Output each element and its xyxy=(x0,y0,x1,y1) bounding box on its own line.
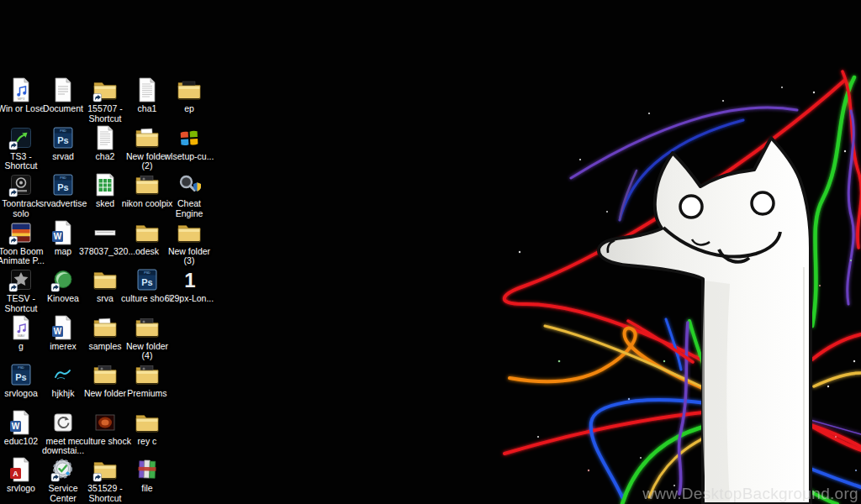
folder-icon xyxy=(92,266,119,293)
desktop-icon-win-or-lose[interactable]: MP3 Win or Lose xyxy=(0,75,42,122)
svg-text:WAV: WAV xyxy=(18,333,25,338)
image1-icon: 1 xyxy=(176,266,203,293)
svg-text:PSD: PSD xyxy=(60,176,66,180)
folder_paper-icon xyxy=(134,124,161,151)
desktop-icon-srvlogo[interactable]: A srvlogo xyxy=(0,454,42,501)
desktop-icon-g[interactable]: WAV g xyxy=(0,312,42,360)
desktop-icon-imerex[interactable]: W imerex xyxy=(42,312,84,360)
svg-text:PSD: PSD xyxy=(144,271,151,275)
word-icon: W xyxy=(8,409,34,436)
desktop-icon-map[interactable]: W map xyxy=(42,218,84,265)
skyrim-icon xyxy=(8,266,34,293)
wav-icon: WAV xyxy=(8,314,34,341)
desktop-icon-culture-shock[interactable]: PSDPs culture shock xyxy=(126,265,168,312)
icon-label: rey c xyxy=(121,437,173,447)
desktop-icon-grid: MP3 Win or Lose Document 155707 - Shortc… xyxy=(0,0,861,504)
icon-label: Premiums xyxy=(121,389,173,399)
desktop-icon-kinovea[interactable]: Kinovea xyxy=(42,265,84,312)
mp3-icon: MP3 xyxy=(8,76,34,103)
desktop-icon-new-folder[interactable]: New folder xyxy=(84,360,126,407)
cheat-icon xyxy=(176,171,203,198)
icon-label: wlsetup-cu... xyxy=(163,152,215,162)
word-icon: W xyxy=(50,314,77,341)
desktop-icon-samples[interactable]: samples xyxy=(84,312,126,360)
psd-icon: PSDPs xyxy=(50,124,77,151)
desktop-icon-155707-shortcut[interactable]: 155707 - Shortcut xyxy=(84,75,126,122)
desktop-icon-service-center[interactable]: Service Center xyxy=(42,454,84,501)
service-icon xyxy=(50,456,77,483)
svg-text:MP3: MP3 xyxy=(18,97,25,101)
svg-text:W: W xyxy=(54,232,62,241)
folder-icon xyxy=(134,409,161,436)
svg-text:A: A xyxy=(13,470,18,478)
toonboom-icon xyxy=(8,219,34,246)
folder-icon xyxy=(176,219,203,246)
desktop-icon-premiums[interactable]: Premiums xyxy=(126,360,168,407)
toontrack-icon xyxy=(8,171,34,198)
desktop-icon-hjkhjk[interactable]: hjkhjk xyxy=(42,360,84,407)
desktop-icon-srva[interactable]: srva xyxy=(84,265,126,312)
pdf-icon: A xyxy=(8,456,34,483)
whitezip-icon xyxy=(50,409,77,436)
scribble-icon xyxy=(50,361,77,388)
svg-text:Ps: Ps xyxy=(57,182,68,192)
desktop-icon-document[interactable]: Document xyxy=(42,75,84,122)
desktop-icon-toontrack-solo[interactable]: Toontrack solo xyxy=(0,170,42,217)
folder_photo-icon xyxy=(134,171,161,198)
desktop-icon-file[interactable]: file xyxy=(126,454,168,501)
desktop-icon-srvad[interactable]: PSDPs srvad xyxy=(42,123,84,170)
watermark: www.DesktopBackground.org xyxy=(642,485,858,503)
notepad-icon xyxy=(134,76,161,103)
svg-text:W: W xyxy=(12,422,20,431)
ts3-icon xyxy=(8,124,34,151)
icon-label: New folder (3) xyxy=(163,247,215,267)
svg-text:Ps: Ps xyxy=(57,134,68,144)
folder_paper-icon xyxy=(92,314,119,341)
icon-label: 629px-Lon... xyxy=(163,294,215,304)
redimage-icon xyxy=(92,409,119,436)
desktop-icon-srvadvertise[interactable]: PSDPs srvadvertise xyxy=(42,170,84,217)
svg-text:Ps: Ps xyxy=(141,277,152,287)
icon-label: file xyxy=(121,484,173,494)
desktop-icon-toon-boom-animate-p[interactable]: Toon Boom Animate P... xyxy=(0,218,42,265)
desktop-icon-cha1[interactable]: cha1 xyxy=(126,75,168,122)
desktop: MP3 Win or Lose Document 155707 - Shortc… xyxy=(0,0,861,504)
desktop-icon-ep[interactable]: ep xyxy=(168,75,210,122)
desktop-icon-culture-shock[interactable]: culture shock xyxy=(84,407,126,454)
desktop-icon-new-folder-4[interactable]: New folder (4) xyxy=(126,312,168,360)
word-icon: W xyxy=(50,219,77,246)
textdoc-icon xyxy=(50,76,77,103)
desktop-icon-new-folder-2[interactable]: New folder (2) xyxy=(126,123,168,170)
desktop-icon-ts3-shortcut[interactable]: TS3 - Shortcut xyxy=(0,123,42,170)
psd-icon: PSDPs xyxy=(8,361,34,388)
desktop-icon-351529-shortcut[interactable]: 351529 - Shortcut xyxy=(84,454,126,501)
notepad-icon xyxy=(92,124,119,151)
svg-text:PSD: PSD xyxy=(60,129,66,133)
desktop-icon-cheat-engine[interactable]: Cheat Engine xyxy=(168,170,210,217)
desktop-icon-629px-lon[interactable]: 1 629px-Lon... xyxy=(168,265,210,312)
svg-text:W: W xyxy=(54,327,62,336)
desktop-icon-new-folder-3[interactable]: New folder (3) xyxy=(168,218,210,265)
desktop-icon-odesk[interactable]: odesk xyxy=(126,218,168,265)
desktop-icon-meet-me-downstai[interactable]: meet me downstai... xyxy=(42,407,84,454)
desktop-icon-srvlogoa[interactable]: PSDPs srvlogoa xyxy=(0,360,42,407)
desktop-icon-378037-320[interactable]: 378037_320... xyxy=(84,218,126,265)
desktop-icon-rey-c[interactable]: rey c xyxy=(126,407,168,454)
desktop-icon-nikon-coolpix[interactable]: nikon coolpix xyxy=(126,170,168,217)
psd-icon: PSDPs xyxy=(50,171,77,198)
folder_photo-icon xyxy=(134,314,161,341)
svg-text:PSD: PSD xyxy=(18,366,24,370)
folder_dark-icon xyxy=(176,76,203,103)
folder-icon xyxy=(92,456,119,483)
desktop-icon-sked[interactable]: sked xyxy=(84,170,126,217)
icon-label: Cheat Engine xyxy=(163,199,215,219)
desktop-icon-educ102[interactable]: W educ102 xyxy=(0,407,42,454)
folder-icon xyxy=(134,219,161,246)
desktop-icon-cha2[interactable]: cha2 xyxy=(84,123,126,170)
desktop-icon-wlsetup-cu[interactable]: wlsetup-cu... xyxy=(168,123,210,170)
desktop-icon-tesv-shortcut[interactable]: TESV - Shortcut xyxy=(0,265,42,312)
windows-icon xyxy=(176,124,203,151)
kinovea-icon xyxy=(50,266,77,293)
imgstrip-icon xyxy=(92,219,119,246)
rar-icon xyxy=(134,456,161,483)
